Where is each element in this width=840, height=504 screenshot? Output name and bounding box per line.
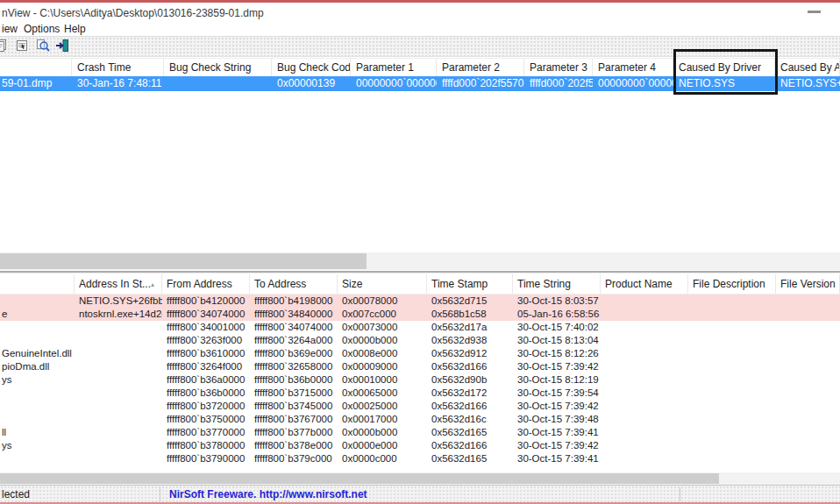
column-header-size[interactable]: Size: [338, 274, 427, 294]
cell-time-string: 30-Oct-15 8:12:26 ...: [513, 347, 601, 360]
module-row[interactable]: fffff800`b3720000 fffff800`b3745000 0x00…: [0, 400, 840, 413]
title-bar: nView - C:\Users\Aditya\Desktop\013016-2…: [0, 3, 840, 23]
cell-time-stamp: 0x5632d715: [427, 295, 513, 308]
cell-time-string: 30-Oct-15 7:39:42 ...: [513, 360, 601, 373]
column-header-filename[interactable]: [0, 274, 75, 294]
nirsoft-link[interactable]: NirSoft Freeware. http://www.nirsoft.net: [169, 488, 367, 500]
cell-size: 0x00065000: [338, 387, 427, 400]
find-button[interactable]: [36, 39, 52, 53]
cell-size: 0x0000e000: [338, 439, 427, 452]
module-row[interactable]: ys fffff800`b36a0000 fffff800`b36b0000 0…: [0, 373, 840, 387]
cell-address-in-stack: [75, 360, 162, 373]
column-header-bug-check-code[interactable]: Bug Check Code: [272, 59, 351, 77]
cell-from-address: fffff800`3264f000: [162, 360, 250, 373]
cell-from-address: fffff800`b4120000: [162, 295, 250, 308]
properties-icon: [15, 39, 29, 53]
cell-file-description: [688, 439, 776, 452]
cell-address-in-stack: [75, 413, 162, 426]
cell-file-description: [688, 373, 776, 387]
module-row[interactable]: NETIO.SYS+26fbb fffff800`b4120000 fffff8…: [0, 295, 840, 308]
lower-hscrollbar[interactable]: [0, 472, 840, 485]
cell-file-description: [688, 400, 776, 413]
cell-filename: [0, 400, 75, 413]
module-row[interactable]: ys fffff800`b3780000 fffff800`b378e000 0…: [0, 439, 840, 452]
menu-help[interactable]: Help: [64, 23, 86, 35]
module-row[interactable]: ll fffff800`b3770000 fffff800`b377b000 0…: [0, 426, 840, 439]
column-header-from-address[interactable]: From Address: [162, 274, 250, 294]
cell-filename: [0, 321, 75, 334]
module-row[interactable]: GenuineIntel.dll fffff800`b3610000 fffff…: [0, 347, 840, 360]
cell-filename: e: [0, 308, 75, 321]
cell-bug-check-code: 0x00000139: [272, 76, 351, 91]
cell-filename: [0, 295, 75, 308]
column-header-parameter-4[interactable]: Parameter 4: [593, 59, 673, 77]
menu-bar: iew Options Help: [0, 23, 840, 36]
cell-file-description: [688, 360, 776, 373]
cell-filename: [0, 334, 75, 347]
cell-filename: GenuineIntel.dll: [0, 347, 75, 360]
cell-file-description: [688, 308, 776, 321]
cell-product-name: [601, 439, 688, 452]
cell-address-in-stack: [75, 334, 162, 347]
module-row[interactable]: e ntoskrnl.exe+14d2e9 fffff800`34074000 …: [0, 308, 840, 321]
cell-time-string: 30-Oct-15 8:13:04 ...: [513, 334, 601, 347]
menu-options[interactable]: Options: [24, 23, 60, 35]
menu-view[interactable]: iew: [2, 23, 18, 35]
upper-hscrollbar-thumb[interactable]: [0, 253, 367, 269]
properties-button[interactable]: [15, 39, 31, 53]
cell-from-address: fffff800`34074000: [162, 308, 250, 321]
cell-file-version: [776, 373, 840, 387]
cell-from-address: fffff800`b36b0000: [162, 387, 250, 400]
cell-file-version: [776, 295, 840, 308]
module-row[interactable]: fffff800`34001000 fffff800`34074000 0x00…: [0, 321, 840, 334]
status-bar: lected NirSoft Freeware. http://www.nirs…: [0, 485, 840, 503]
column-header-caused-by-driver[interactable]: Caused By Driver: [673, 59, 775, 77]
module-row[interactable]: fffff800`b3750000 fffff800`b3767000 0x00…: [0, 413, 840, 426]
module-row[interactable]: fffff800`b3790000 fffff800`b379c000 0x00…: [0, 452, 840, 465]
cell-time-string: 05-Jan-16 6:58:56 ...: [513, 308, 601, 321]
column-header-dump-file[interactable]: [0, 59, 72, 77]
cell-to-address: fffff800`3264a000: [250, 334, 338, 347]
module-row[interactable]: fffff800`b36b0000 fffff800`b3715000 0x00…: [0, 387, 840, 400]
module-row[interactable]: fffff800`3263f000 fffff800`3264a000 0x00…: [0, 334, 840, 347]
column-header-parameter-3[interactable]: Parameter 3: [524, 59, 593, 77]
cell-caused-by-address: NETIO.SYS+2: [775, 76, 840, 91]
cell-product-name: [601, 452, 688, 465]
copy-button[interactable]: [0, 39, 10, 53]
column-header-time-string[interactable]: Time String: [513, 274, 601, 294]
cell-filename: [0, 387, 75, 400]
cell-size: 0x00025000: [338, 400, 427, 413]
column-header-file-description[interactable]: File Description: [688, 274, 776, 294]
sort-indicator-icon: ▴: [151, 275, 154, 294]
cell-address-in-stack: [75, 452, 162, 465]
column-header-file-version[interactable]: File Version: [776, 274, 840, 294]
cell-file-description: [688, 452, 776, 465]
column-header-parameter-2[interactable]: Parameter 2: [437, 59, 524, 77]
find-icon: [36, 39, 50, 53]
cell-file-description: [688, 321, 776, 334]
column-header-caused-by-address[interactable]: Caused By Ad: [775, 59, 840, 77]
exit-button[interactable]: [55, 39, 71, 53]
column-header-product-name[interactable]: Product Name: [601, 274, 688, 294]
module-row[interactable]: pioDma.dll fffff800`3264f000 fffff800`32…: [0, 360, 840, 373]
column-header-parameter-1[interactable]: Parameter 1: [351, 59, 437, 77]
column-header-bug-check-string[interactable]: Bug Check String: [164, 59, 272, 77]
column-header-time-stamp[interactable]: Time Stamp: [427, 274, 513, 294]
cell-time-stamp: 0x5632d166: [427, 360, 513, 373]
pane-splitter[interactable]: [0, 271, 840, 273]
column-header-address-in-stack[interactable]: Address In St...▴: [75, 274, 162, 294]
lower-hscrollbar-thumb[interactable]: [0, 473, 719, 484]
cell-filename: ys: [0, 439, 75, 452]
cell-size: 0x00073000: [338, 321, 427, 334]
crash-row-selected[interactable]: 59-01.dmp 30-Jan-16 7:48:11 ... 0x000001…: [0, 76, 840, 91]
cell-file-version: [776, 308, 840, 321]
cell-file-version: [776, 452, 840, 465]
copy-icon: [0, 39, 8, 53]
toolbar: [0, 36, 840, 57]
column-header-crash-time[interactable]: Crash Time: [72, 59, 164, 77]
minimize-button[interactable]: [808, 11, 821, 13]
column-header-to-address[interactable]: To Address: [250, 274, 338, 294]
cell-time-stamp: 0x5632d938: [427, 334, 513, 347]
cell-time-stamp: 0x5632d17a: [427, 321, 513, 334]
upper-hscrollbar[interactable]: [0, 252, 840, 270]
